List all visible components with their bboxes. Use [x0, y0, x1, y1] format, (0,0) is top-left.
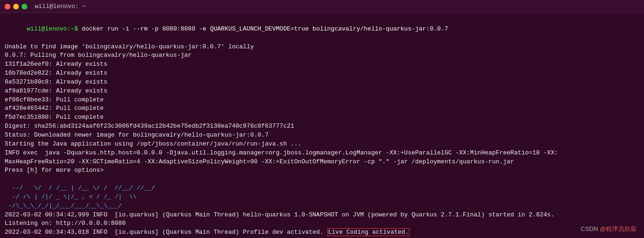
- output-line: Unable to find image 'bolingcavalry/hell…: [5, 43, 639, 52]
- output-line: MaxHeapFreeRatio=20 -XX:GCTimeRatio=4 -X…: [5, 158, 639, 167]
- close-button[interactable]: [5, 4, 10, 9]
- minimize-button[interactable]: [13, 4, 19, 9]
- output-line: Starting the Java application using /opt…: [5, 140, 639, 149]
- maximize-button[interactable]: [22, 4, 27, 9]
- terminal-window: will@lenovo: ~ will@lenovo:~$ docker run…: [0, 0, 644, 238]
- window-title: will@lenovo: ~: [35, 3, 86, 10]
- output-line: [5, 175, 639, 184]
- output-line: INFO exec java -Dquarkus.http.host=0.0.0…: [5, 149, 639, 158]
- title-bar: will@lenovo: ~: [0, 0, 644, 13]
- output-line: Press [h] for more options>: [5, 166, 639, 175]
- output-line: af9a81977cde: Already exists: [5, 87, 639, 96]
- output-line: Listening on: http://0.0.0.0:8080: [5, 219, 639, 228]
- watermark: CSDN @程序员欣宸: [581, 225, 636, 233]
- output-line: Digest: sha256:abd3124aaf6f23c3006fd439a…: [5, 122, 639, 131]
- output-line: af428e465442: Pull complete: [5, 104, 639, 113]
- output-line: Status: Downloaded newer image for bolin…: [5, 131, 639, 140]
- prompt: will@lenovo:~$: [27, 25, 82, 32]
- quarkus-ascii-art: -/\_\_\_/_/|_/___/___/__\_\___/: [5, 202, 639, 211]
- output-line: f5d7ec351880: Pull complete: [5, 113, 639, 122]
- output-line: 2022-03-02 00:34:42,999 INFO [io.quarkus…: [5, 211, 639, 220]
- quarkus-ascii-art: -/ /\ | /|/ _ \|/_ , < / /_ /| \\: [5, 193, 639, 202]
- watermark-author: @程序员欣宸: [600, 225, 636, 232]
- quarkus-ascii-art: --/ \/ / /__ | /__ \/ / //__/ //__/: [5, 184, 639, 193]
- command-text: docker run -i --rm -p 8080:8080 -e QUARK…: [82, 25, 448, 32]
- output-line: 8a53271b80c8: Already exists: [5, 78, 639, 87]
- command-line: will@lenovo:~$ docker run -i --rm -p 808…: [5, 16, 639, 43]
- live-coding-line: 2022-03-02 00:34:43,018 INFO [io.quarkus…: [5, 228, 639, 237]
- output-line: ef06cf8bee33: Pull complete: [5, 96, 639, 105]
- traffic-lights: [5, 4, 27, 9]
- output-line: 16b78ed2e822: Already exists: [5, 69, 639, 78]
- terminal-body[interactable]: will@lenovo:~$ docker run -i --rm -p 808…: [0, 13, 644, 238]
- output-line: 0.0.7: Pulling from bolingcavalry/hello-…: [5, 51, 639, 60]
- output-line: 131f1a26eef0: Already exists: [5, 60, 639, 69]
- live-coding-highlight: Live Coding activated.: [327, 228, 410, 236]
